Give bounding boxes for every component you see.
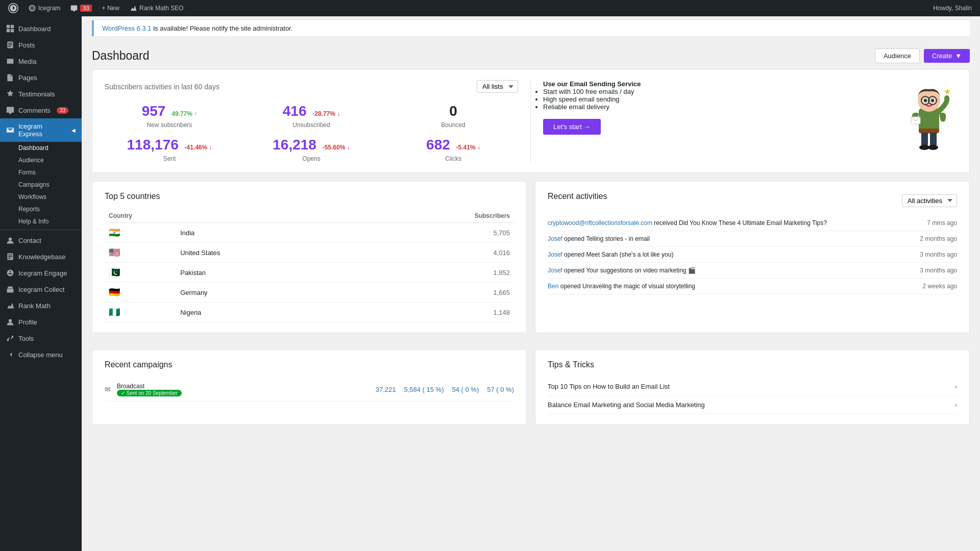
sidebar-item-comments[interactable]: Comments 33 xyxy=(0,102,82,118)
admin-bar: Icegram 33 + New Rank Math SEO Howdy, Sh… xyxy=(0,0,980,16)
audience-button[interactable]: Audience xyxy=(875,48,920,63)
sidebar-item-testimonials[interactable]: Testimonials xyxy=(0,86,82,102)
germany-name: Germany xyxy=(176,283,353,303)
activities-filter-select[interactable]: All activities xyxy=(902,194,957,207)
sidebar-contact-label: Contact xyxy=(18,237,41,244)
india-count: 5,705 xyxy=(353,223,514,243)
stats-grid: 957 49.77% ↑ New subscribers 416 -28.77%… xyxy=(105,103,518,162)
video-icon: 🎬 xyxy=(688,267,696,274)
list-filter-select[interactable]: All lists xyxy=(477,80,518,93)
sidebar-engage-label: Icegram Engage xyxy=(18,269,67,277)
new-item[interactable]: + New xyxy=(98,0,124,16)
activity-1-action: received Did You Know These 4 Ultimate E… xyxy=(654,219,827,227)
sent-label: Sent xyxy=(105,155,234,162)
activity-5-actor[interactable]: Ben xyxy=(548,283,558,290)
tips-item-2[interactable]: Balance Email Marketing and Social Media… xyxy=(548,396,957,414)
stat-clicks: 682 -5.41% ↓ Clicks xyxy=(388,137,518,162)
feature-3-text: Reliable email delivery xyxy=(543,103,609,111)
sidebar-pages-label: Pages xyxy=(18,74,37,82)
country-row-pakistan: 🇵🇰 Pakistan 1,852 xyxy=(105,263,514,283)
submenu-campaigns[interactable]: Campaigns xyxy=(0,179,82,191)
sidebar-item-profile[interactable]: Profile xyxy=(0,314,82,330)
country-row-nigeria: 🇳🇬 Nigeria 1,148 xyxy=(105,303,514,322)
campaign-item-broadcast: ✉ Broadcast ✓ Sent on 20 September 37,22… xyxy=(105,378,514,402)
activity-4-time: 3 months ago xyxy=(912,267,957,274)
submenu-audience[interactable]: Audience xyxy=(0,154,82,166)
wp-logo-item[interactable] xyxy=(4,0,22,16)
sidebar-profile-label: Profile xyxy=(18,318,37,326)
sidebar-item-rank-math[interactable]: Rank Math xyxy=(0,297,82,314)
stat-unsubscribed: 416 -28.77% ↓ Unsubscribed xyxy=(247,103,376,129)
sidebar-item-icegram-express[interactable]: Icegram Express ◀ xyxy=(0,118,82,142)
activity-1-time: 7 mins ago xyxy=(919,219,957,227)
activity-item-4: Josef opened Your suggestions on video m… xyxy=(548,263,957,279)
nigeria-count: 1,148 xyxy=(353,303,514,322)
clicks-change: -5.41% ↓ xyxy=(456,144,480,151)
col-subscribers: Subscribers xyxy=(353,209,514,223)
sidebar-item-icegram-engage[interactable]: Icegram Engage xyxy=(0,265,82,281)
campaigns-card: Recent campaigns ✉ Broadcast ✓ Sent on 2… xyxy=(92,349,527,425)
us-count: 4,016 xyxy=(353,243,514,263)
sidebar-item-knowledgebase[interactable]: Knowledgebase xyxy=(0,248,82,265)
campaign-sent: 37,221 xyxy=(376,386,396,393)
submenu-reports[interactable]: Reports xyxy=(0,203,82,215)
campaign-clicks-val: 54 ( 0 %) xyxy=(452,386,479,393)
submenu-workflows[interactable]: Workflows xyxy=(0,191,82,203)
sidebar-item-icegram-collect[interactable]: Icegram Collect xyxy=(0,281,82,297)
activity-3-actor[interactable]: Josef xyxy=(548,251,562,258)
campaign-opens: 5,584 ( 15 %) xyxy=(404,386,444,393)
new-label: + New xyxy=(102,5,119,12)
svg-point-15 xyxy=(931,99,934,102)
page-header: Dashboard Audience Create ▼ xyxy=(82,40,980,69)
submenu-dashboard[interactable]: Dashboard xyxy=(0,142,82,154)
nigeria-name: Nigeria xyxy=(176,303,353,322)
header-actions: Audience Create ▼ xyxy=(875,48,970,63)
sidebar-item-pages[interactable]: Pages xyxy=(0,69,82,86)
submenu-forms[interactable]: Forms xyxy=(0,166,82,179)
svg-rect-18 xyxy=(930,131,937,146)
sidebar-item-dashboard[interactable]: Dashboard xyxy=(0,20,82,37)
clicks-label: Clicks xyxy=(388,155,518,162)
rankmath-item[interactable]: Rank Math SEO xyxy=(126,0,188,16)
activity-1-actor[interactable]: cryptowood@nftcollectionsforsale.com xyxy=(548,219,652,227)
site-name-item[interactable]: Icegram xyxy=(24,0,64,16)
create-button[interactable]: Create ▼ xyxy=(924,49,970,63)
update-link[interactable]: WordPress 6.3.1 xyxy=(102,24,152,32)
activities-list: cryptowood@nftcollectionsforsale.com rec… xyxy=(548,215,957,294)
mascot-illustration: ★ xyxy=(906,80,957,152)
activity-4-action: opened Your suggestions on video marketi… xyxy=(564,267,688,274)
activity-item-3: Josef opened Meet Sarah (she's a lot lik… xyxy=(548,247,957,263)
unsub-link[interactable]: 416 -28.77% ↓ xyxy=(283,103,340,119)
sidebar-dashboard-label: Dashboard xyxy=(18,25,51,33)
sidebar-item-tools[interactable]: Tools xyxy=(0,330,82,346)
tips-item-1[interactable]: Top 10 Tips on How to Build an Email Lis… xyxy=(548,378,957,396)
feature-3: Reliable email delivery xyxy=(543,103,906,111)
sidebar-item-media[interactable]: Media xyxy=(0,53,82,69)
comments-item[interactable]: 33 xyxy=(66,0,95,16)
site-name: Icegram xyxy=(38,5,60,12)
svg-point-14 xyxy=(924,99,927,102)
india-name: India xyxy=(176,223,353,243)
tips-item-2-text: Balance Email Marketing and Social Media… xyxy=(548,401,705,409)
tips-item-1-text: Top 10 Tips on How to Build an Email Lis… xyxy=(548,383,670,390)
activities-title: Recent activities xyxy=(548,192,607,201)
sidebar-item-posts[interactable]: Posts xyxy=(0,37,82,53)
opens-change: -55.60% ↓ xyxy=(323,144,350,151)
unsub-change: -28.77% ↓ xyxy=(312,110,340,117)
tips-chevron-2-icon: › xyxy=(955,401,957,409)
page-title: Dashboard xyxy=(92,49,150,63)
campaign-status-badge: ✓ Sent on 20 September xyxy=(117,390,182,396)
submenu-help[interactable]: Help & Info xyxy=(0,215,82,228)
activity-4-actor[interactable]: Josef xyxy=(548,267,562,274)
notice-message: is available! Please notify the site adm… xyxy=(152,24,293,32)
country-row-germany: 🇩🇪 Germany 1,665 xyxy=(105,283,514,303)
lets-start-button[interactable]: Let's start → xyxy=(543,119,601,135)
activity-item-5: Ben opened Unraveling the magic of visua… xyxy=(548,279,957,294)
campaigns-title: Recent campaigns xyxy=(105,360,514,369)
sidebar-collapse-menu[interactable]: Collapse menu xyxy=(0,346,82,363)
germany-count: 1,665 xyxy=(353,283,514,303)
sidebar-item-contact[interactable]: Contact xyxy=(0,232,82,248)
activity-2-actor[interactable]: Josef xyxy=(548,235,562,242)
activity-5-text: Ben opened Unraveling the magic of visua… xyxy=(548,283,913,290)
pakistan-count: 1,852 xyxy=(353,263,514,283)
